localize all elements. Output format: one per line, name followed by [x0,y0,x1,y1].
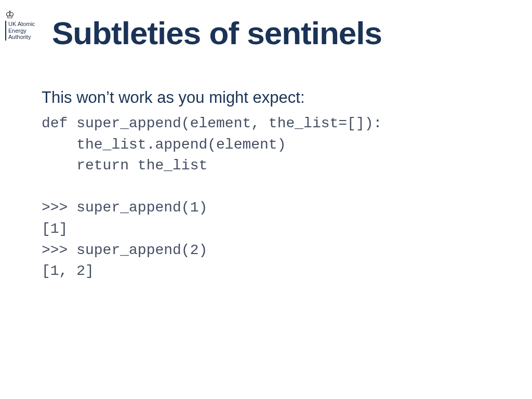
lead-text: This won’t work as you might expect: [42,88,501,107]
org-line-1: UK Atomic [8,21,42,28]
org-line-3: Authority [8,34,42,41]
slide-title: Subtleties of sentinels [52,15,511,51]
code-block: def super_append(element, the_list=[]): … [42,113,501,282]
slide-body: This won’t work as you might expect: def… [42,88,501,282]
org-line-2: Energy [8,28,42,34]
slide: ♔ UK Atomic Energy Authority Subtleties … [0,0,532,399]
crown-icon: ♔ [5,9,42,20]
org-name: UK Atomic Energy Authority [5,21,42,41]
org-logo: ♔ UK Atomic Energy Authority [5,9,42,41]
